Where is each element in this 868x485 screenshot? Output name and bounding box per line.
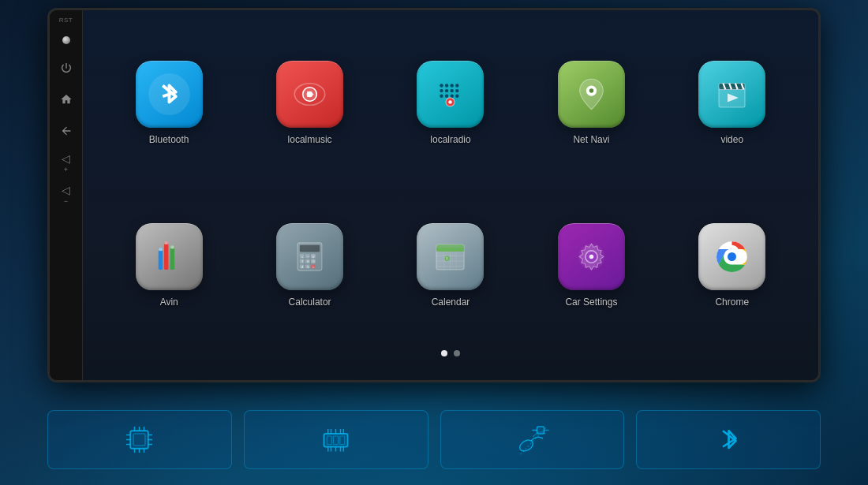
- svg-rect-30: [158, 250, 163, 270]
- app-bluetooth[interactable]: Bluetooth: [107, 26, 231, 181]
- svg-rect-42: [300, 264, 305, 268]
- svg-line-25: [735, 84, 738, 90]
- svg-point-20: [589, 89, 594, 94]
- vol-down-btn[interactable]: ◁ −: [55, 183, 77, 205]
- app-chrome[interactable]: Chrome: [670, 188, 795, 343]
- svg-text:7: 7: [301, 259, 304, 263]
- svg-point-67: [589, 255, 594, 259]
- main-screen: Bluetooth localmusic: [83, 10, 818, 380]
- svg-point-11: [451, 89, 454, 92]
- pagination-dot-1[interactable]: [441, 350, 447, 356]
- svg-rect-56: [436, 248, 464, 251]
- app-localmusic-label: localmusic: [288, 134, 332, 145]
- svg-point-5: [440, 84, 443, 88]
- svg-rect-101: [537, 427, 544, 434]
- svg-point-65: [578, 244, 604, 270]
- svg-point-63: [445, 256, 451, 261]
- svg-point-9: [440, 89, 443, 92]
- app-chrome-label: Chrome: [715, 297, 749, 308]
- svg-point-16: [456, 95, 459, 98]
- svg-marker-27: [728, 94, 739, 103]
- svg-rect-36: [300, 254, 305, 258]
- svg-point-69: [726, 251, 738, 263]
- svg-point-10: [445, 89, 448, 92]
- svg-rect-40: [305, 259, 310, 263]
- app-calendar-label: Calendar: [432, 297, 470, 308]
- gps-feature[interactable]: [440, 410, 625, 469]
- svg-text:÷: ÷: [312, 259, 315, 263]
- app-localmusic[interactable]: localmusic: [247, 26, 372, 181]
- svg-rect-54: [436, 244, 464, 270]
- svg-point-6: [445, 84, 448, 88]
- svg-rect-43: [305, 264, 310, 268]
- svg-rect-35: [300, 244, 320, 252]
- svg-text:1: 1: [446, 256, 448, 260]
- svg-point-8: [456, 84, 459, 88]
- app-calendar[interactable]: 1 Calendar: [388, 188, 513, 343]
- svg-text:8: 8: [307, 259, 309, 263]
- bluetooth-feature[interactable]: [636, 410, 821, 469]
- vol-up-btn[interactable]: ◁ +: [55, 151, 77, 173]
- svg-point-18: [449, 100, 452, 103]
- svg-text:+: +: [301, 254, 304, 258]
- svg-point-19: [586, 86, 597, 96]
- chip-feature[interactable]: [244, 410, 428, 469]
- svg-text:×: ×: [312, 254, 315, 258]
- svg-point-1: [294, 84, 325, 106]
- svg-point-13: [440, 95, 443, 98]
- svg-point-32: [170, 245, 174, 248]
- pagination-dot-2[interactable]: [454, 350, 460, 356]
- svg-rect-29: [170, 248, 174, 270]
- svg-point-12: [456, 89, 459, 92]
- app-grid: Bluetooth localmusic: [107, 26, 795, 342]
- svg-point-2: [303, 88, 317, 102]
- svg-line-26: [742, 84, 744, 90]
- app-localradio[interactable]: localradio: [388, 26, 513, 181]
- app-localradio-label: localradio: [430, 134, 470, 145]
- svg-marker-4: [307, 91, 314, 98]
- svg-rect-28: [164, 244, 169, 270]
- app-avin-label: Avin: [160, 297, 178, 308]
- head-unit: RST ◁ + ◁ −: [47, 8, 821, 382]
- app-video-label: video: [720, 134, 743, 145]
- svg-line-23: [724, 84, 726, 90]
- svg-rect-37: [305, 254, 310, 258]
- svg-text:=: =: [312, 265, 315, 269]
- svg-line-24: [729, 84, 731, 90]
- svg-rect-55: [436, 244, 464, 252]
- svg-rect-44: [311, 264, 316, 268]
- rst-label: RST: [59, 17, 73, 24]
- svg-rect-34: [297, 243, 322, 270]
- app-netnavi[interactable]: Net Navi: [529, 26, 653, 181]
- svg-point-14: [445, 95, 448, 98]
- svg-text:5: 5: [307, 265, 309, 269]
- svg-point-68: [717, 241, 748, 272]
- svg-rect-22: [719, 84, 745, 90]
- svg-point-70: [728, 252, 736, 261]
- pagination: [107, 342, 795, 364]
- svg-rect-41: [311, 259, 316, 263]
- app-calculator[interactable]: + − × 7 8 ÷ 4 5 = Calculator: [247, 188, 372, 343]
- rst-button[interactable]: [62, 36, 70, 44]
- app-video[interactable]: video: [670, 26, 795, 181]
- svg-point-7: [451, 84, 454, 88]
- svg-point-0: [148, 73, 190, 115]
- power-btn[interactable]: [55, 57, 77, 79]
- svg-rect-38: [311, 254, 316, 258]
- svg-point-33: [159, 248, 162, 251]
- app-calculator-label: Calculator: [289, 297, 331, 308]
- svg-point-3: [307, 91, 313, 98]
- app-carsettings-label: Car Settings: [565, 297, 617, 308]
- svg-point-15: [451, 95, 454, 98]
- svg-text:4: 4: [301, 265, 304, 269]
- app-bluetooth-label: Bluetooth: [149, 134, 189, 145]
- svg-rect-21: [719, 88, 745, 108]
- app-netnavi-label: Net Navi: [573, 134, 609, 145]
- bottom-features: [47, 410, 821, 469]
- svg-point-17: [446, 98, 455, 106]
- app-avin[interactable]: Avin: [107, 188, 231, 343]
- home-btn[interactable]: [55, 88, 77, 110]
- back-btn[interactable]: [55, 120, 77, 142]
- cpu-feature[interactable]: [47, 410, 232, 469]
- app-carsettings[interactable]: Car Settings: [529, 188, 653, 343]
